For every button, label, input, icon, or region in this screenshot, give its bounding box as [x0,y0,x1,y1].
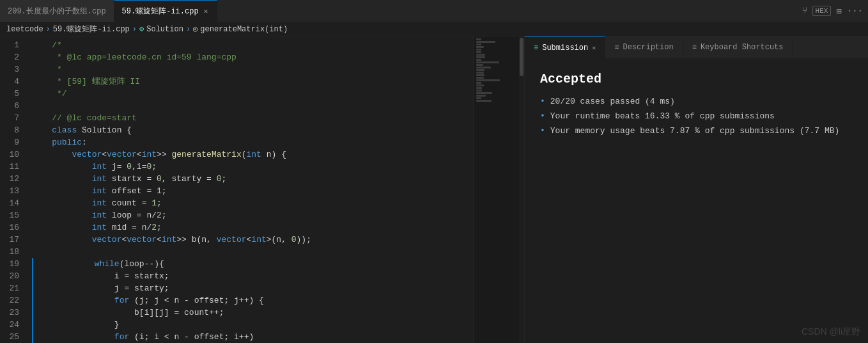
tab-keyboard-shortcuts[interactable]: ≡ Keyboard Shortcuts [683,36,793,58]
scrollbar-thumb[interactable] [520,38,523,76]
minimap-line-14 [476,74,484,76]
breadcrumb-leetcode[interactable]: leetcode [6,25,43,34]
line-num-8: 8 [0,124,26,136]
result-item-0: • 20/20 cases passed (4 ms) [540,97,853,106]
minimap-line-16 [476,79,500,81]
minimap-line-6 [476,54,485,56]
minimap-line-7 [476,56,485,58]
code-line-15: int loop = n/2; [32,209,473,221]
minimap-line-9 [476,61,499,63]
breadcrumb-func[interactable]: generateMatrix(int) [200,25,288,34]
minimap-line-20 [476,90,482,92]
minimap-line-0 [476,38,481,40]
code-line-21: j = starty; [32,282,473,294]
tab-59[interactable]: 59.螺旋矩阵-ii.cpp ✕ [114,0,218,22]
minimap-line-10 [476,64,483,66]
line-num-11: 11 [0,161,26,173]
code-content[interactable]: /* * @lc app=leetcode.cn id=59 lang=cpp … [26,36,473,343]
code-line-25: for (i; i < n - offset; i++) [32,331,473,343]
code-line-4: * [59] 螺旋矩阵 II [32,76,473,88]
line-num-1: 1 [0,39,26,51]
line-num-16: 16 [0,221,26,234]
code-line-3: * [32,63,473,76]
minimap-line-23 [476,97,481,99]
breadcrumb-sep1: › [46,25,50,34]
tab-keyboard-label: Keyboard Shortcuts [701,43,784,52]
keyboard-icon: ≡ [692,43,697,52]
tab-59-close[interactable]: ✕ [203,6,210,16]
tab-submission[interactable]: ≡ Submission ✕ [525,36,605,58]
minimap-line-8 [476,59,481,61]
tab-59-label: 59.螺旋矩阵-ii.cpp [122,6,199,17]
editor: 1234567891011121314151617181920212223242… [0,36,524,343]
description-icon: ≡ [614,43,619,52]
line-num-14: 14 [0,197,26,209]
right-tabs: ≡ Submission ✕ ≡ Description ≡ Keyboard … [525,36,868,59]
code-line-10: vector<vector<int>> generateMatrix(int n… [32,148,473,161]
line-num-2: 2 [0,51,26,63]
code-line-7: // @lc code=start [32,112,473,124]
bullet-0: • [540,97,545,106]
breadcrumb-solution[interactable]: Solution [146,25,183,34]
git-icon[interactable]: ⑂ [802,6,807,16]
line-num-10: 10 [0,148,26,161]
minimap-line-5 [476,51,481,53]
tab-actions: ⑂ HEX ⊞ ··· [797,6,868,17]
code-line-16: int mid = n/2; [32,221,473,234]
more-icon[interactable]: ··· [847,6,863,16]
tab-submission-close[interactable]: ✕ [592,44,596,52]
minimap-line-1 [476,41,495,43]
tab-submission-label: Submission [542,44,588,52]
scrollbar-track[interactable] [519,36,524,343]
code-line-22: for (j; j < n - offset; j++) { [32,294,473,307]
code-line-20: i = startx; [32,270,473,282]
breadcrumb-file[interactable]: 59.螺旋矩阵-ii.cpp [53,24,130,35]
line-num-20: 20 [0,270,26,282]
minimap-line-22 [476,95,486,97]
line-num-3: 3 [0,63,26,76]
line-num-7: 7 [0,112,26,124]
code-line-5: */ [32,88,473,100]
minimap-line-11 [476,67,491,68]
right-panel: ≡ Submission ✕ ≡ Description ≡ Keyboard … [524,36,868,343]
tab-bar: 209.长度最小的子数组.cpp 59.螺旋矩阵-ii.cpp ✕ ⑂ HEX … [0,0,868,22]
breadcrumb-sep2: › [132,25,137,34]
minimap-line-3 [476,46,484,48]
minimap-line-4 [476,49,481,51]
line-num-19: 19 [0,258,26,270]
code-line-17: vector<vector<int>> b(n, vector<int>(n, … [32,234,473,246]
minimap-line-24 [476,100,492,102]
tab-description-label: Description [623,43,673,52]
line-num-17: 17 [0,234,26,246]
minimap-line-2 [476,44,481,45]
code-line-6 [32,100,473,112]
line-num-6: 6 [0,100,26,112]
watermark: CSDN @li星野 [802,326,860,338]
split-editor-icon[interactable]: ⊞ [836,6,841,17]
minimap-line-12 [476,69,484,71]
breadcrumb-func-icon: ◎ [193,24,198,34]
code-line-1: /* [32,39,473,51]
line-numbers: 1234567891011121314151617181920212223242… [0,36,26,343]
code-line-9: public: [32,136,473,148]
accepted-title: Accepted [540,72,853,86]
result-text-1: Your runtime beats 16.33 % of cpp submis… [550,111,775,121]
line-num-15: 15 [0,209,26,221]
minimap-line-19 [476,87,482,89]
bullet-2: • [540,126,545,136]
result-item-2: • Your memory usage beats 7.87 % of cpp … [540,126,853,136]
main-area: 1234567891011121314151617181920212223242… [0,36,868,343]
minimap-line-17 [476,82,481,84]
hex-label[interactable]: HEX [812,6,832,16]
code-line-24: } [32,319,473,331]
line-num-24: 24 [0,319,26,331]
minimap-line-18 [476,84,484,86]
right-panel-content: Accepted • 20/20 cases passed (4 ms) • Y… [525,59,868,343]
line-num-9: 9 [0,136,26,148]
line-num-12: 12 [0,173,26,185]
line-num-5: 5 [0,88,26,100]
tab-209[interactable]: 209.长度最小的子数组.cpp [0,0,114,22]
line-num-13: 13 [0,185,26,197]
tab-description[interactable]: ≡ Description [605,36,683,58]
code-line-23: b[i][j] = count++; [32,307,473,319]
